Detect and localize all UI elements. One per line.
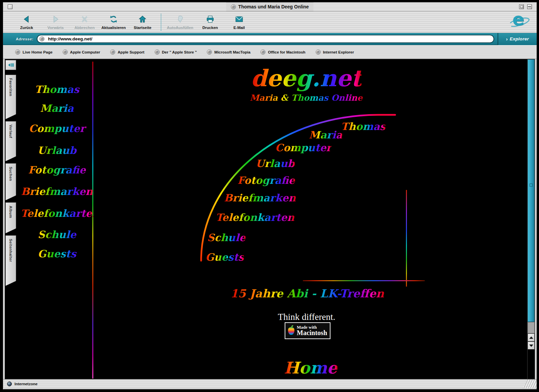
collapse-arrow-icon	[8, 63, 10, 67]
sidebar-tab[interactable]: Verlauf	[5, 121, 16, 161]
scrollbar-grip	[530, 184, 533, 187]
favorite-link[interactable]: Apple Support	[110, 50, 144, 55]
arc-menu-item[interactable]: Maria	[309, 129, 342, 141]
titlebar: Thomas und Maria Deeg Online	[3, 2, 537, 11]
refresh-label: Aktualisieren	[101, 26, 126, 30]
forward-button: Vorwärts	[43, 15, 68, 30]
banner-link[interactable]: 15 Jahre Abi - LK-Treffen	[230, 287, 384, 300]
content-frame: Favoriten Verlauf Suchen	[3, 59, 537, 379]
vertical-scrollbar[interactable]	[527, 59, 535, 379]
autofill-label: AutoAusfüllen	[167, 26, 193, 30]
favorite-icon	[110, 50, 115, 55]
badge-text: Made with Macintosh	[297, 325, 327, 337]
favorite-icon	[207, 50, 212, 55]
sidebar-tab-label: Seitenhalter	[9, 239, 13, 286]
back-button[interactable]: Zurück	[14, 15, 39, 30]
sidebar-tab[interactable]: Favoriten	[5, 75, 16, 119]
email-button[interactable]: E-Mail	[227, 15, 251, 30]
content-area: Favoriten Verlauf Suchen	[5, 59, 535, 379]
arc-menu-item[interactable]: Fotografie	[237, 174, 295, 186]
print-label: Drucken	[202, 26, 218, 30]
favorite-icon	[316, 50, 321, 55]
internet-explorer-logo-icon: e	[508, 14, 531, 31]
sidebar-tab-strip: Favoriten Verlauf Suchen	[5, 59, 18, 379]
sidebar-tab-label: Favoriten	[9, 78, 13, 119]
print-button[interactable]: Drucken	[198, 15, 222, 30]
address-input[interactable]	[47, 36, 489, 42]
status-zone-text: Internetzone	[14, 382, 37, 386]
think-different-text: Think different.	[278, 312, 335, 322]
zoom-button[interactable]	[519, 4, 524, 9]
badge-line1: Made with	[297, 325, 327, 330]
favorite-label: Office for Macintosh	[268, 50, 305, 54]
apple-logo-icon	[288, 327, 294, 335]
sidebar-tab-label: Suchen	[9, 167, 13, 200]
home-icon	[138, 15, 147, 25]
favorite-link[interactable]: Internet Explorer	[316, 50, 354, 55]
favorite-link[interactable]: Microsoft MacTopia	[207, 50, 250, 55]
favorite-icon	[260, 50, 265, 55]
favorite-link[interactable]: Apple Computer	[63, 50, 100, 55]
url-page-icon	[39, 36, 44, 41]
refresh-icon	[109, 15, 118, 25]
arc-menu-item[interactable]: Urlaub	[256, 158, 295, 169]
favorite-link[interactable]: Der " Apple Store "	[155, 50, 197, 55]
made-with-macintosh-badge[interactable]: Made with Macintosh	[285, 322, 330, 339]
address-bar: Adresse: › Explorer	[3, 33, 537, 45]
scroll-down-button[interactable]	[528, 341, 535, 350]
home-button-label: Startseite	[134, 26, 151, 30]
scrollbar-thumb[interactable]	[528, 59, 535, 322]
favorite-icon	[15, 50, 20, 55]
favorite-icon	[155, 50, 160, 55]
favorite-label: Apple Support	[118, 50, 144, 54]
arc-menu-item[interactable]: Briefmarken	[224, 192, 296, 204]
sidebar-tab-label: Verlauf	[9, 125, 13, 161]
address-field[interactable]	[37, 35, 494, 43]
arc-menu-item[interactable]: Computer	[275, 142, 331, 154]
sidebar-tab[interactable]: Seitenhalter	[5, 235, 16, 286]
forward-arrow-icon	[51, 15, 60, 25]
arc-menu-item[interactable]: Guests	[205, 251, 244, 263]
collapse-bars-icon	[11, 63, 14, 67]
resize-grip[interactable]	[522, 380, 537, 388]
printer-icon	[206, 15, 215, 25]
toolbar-separator	[161, 14, 161, 31]
sidebar-tab-label: Album	[9, 206, 13, 233]
sidebar-tab[interactable]: Album	[5, 202, 16, 233]
desktop: Thomas und Maria Deeg Online Zurück Vorw…	[0, 0, 539, 392]
favorite-link[interactable]: Office for Macintosh	[260, 50, 305, 55]
sidebar-collapse-button[interactable]	[5, 60, 16, 70]
scroll-up-button[interactable]	[528, 333, 535, 341]
favorite-label: Apple Computer	[70, 50, 100, 54]
scrollbar-track[interactable]	[528, 322, 535, 333]
refresh-button[interactable]: Aktualisieren	[101, 15, 126, 30]
favorite-icon	[63, 50, 68, 55]
arc-menu-item[interactable]: Schule	[207, 232, 246, 243]
address-label: Adresse:	[16, 37, 33, 41]
close-button[interactable]	[8, 4, 12, 9]
explorer-chevron-icon: ›	[506, 36, 508, 42]
home-button[interactable]: Startseite	[130, 15, 155, 30]
home-link[interactable]: Home	[284, 358, 338, 377]
sidebar-tab[interactable]: Suchen	[5, 163, 16, 200]
arc-menu-item[interactable]: Thomas	[341, 121, 385, 132]
stop-label: Abbrechen	[74, 26, 95, 30]
toolbar: Zurück Vorwärts Abbrechen Aktualisieren	[3, 11, 537, 33]
badge-line2: Macintosh	[297, 329, 327, 336]
collapse-button[interactable]	[527, 4, 532, 9]
window-title: Thomas und Maria Deeg Online	[238, 4, 309, 9]
stop-button: Abbrechen	[72, 15, 97, 30]
rainbow-vertical-line-right	[406, 190, 407, 287]
favorite-label: Internet Explorer	[323, 50, 354, 54]
title-chip: Thomas und Maria Deeg Online	[226, 2, 313, 11]
autofill-icon	[176, 15, 185, 25]
status-globe-icon	[7, 382, 12, 386]
back-arrow-icon	[22, 15, 31, 25]
arc-menu-item[interactable]: Telefonkarten	[216, 211, 294, 223]
back-label: Zurück	[20, 26, 33, 30]
rainbow-horizontal-line	[303, 280, 425, 281]
favorite-label: Live Home Page	[23, 50, 53, 54]
favorite-link[interactable]: Live Home Page	[15, 50, 53, 55]
status-bar: Internetzone	[3, 379, 537, 388]
explorer-button[interactable]: › Explorer	[498, 33, 537, 45]
